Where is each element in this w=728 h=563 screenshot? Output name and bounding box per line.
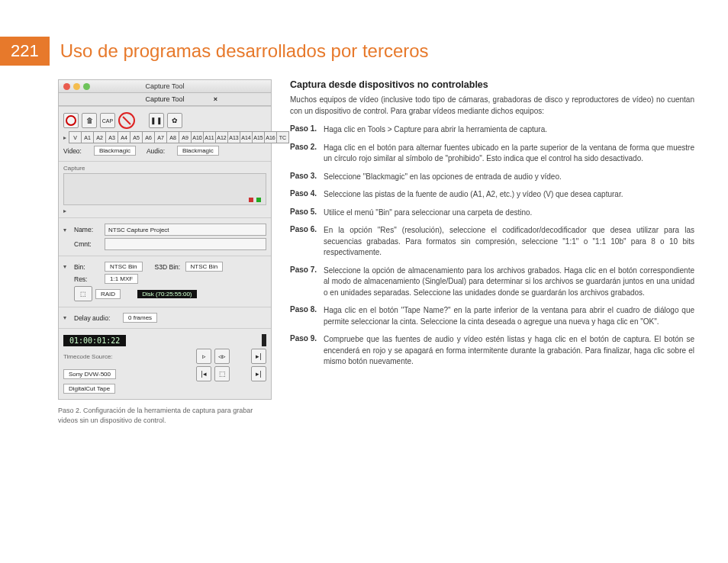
page-title: Uso de programas desarrollados por terce… xyxy=(60,40,429,62)
video-label: Video: xyxy=(63,147,91,155)
step-3: Paso 3.Seleccione "Blackmagic" en las op… xyxy=(290,172,694,183)
step-text: Compruebe que las fuentes de audio y víd… xyxy=(324,334,694,368)
capture-preview xyxy=(63,173,266,205)
cmnt-label: Cmnt: xyxy=(74,240,101,248)
step-label: Paso 4. xyxy=(290,189,324,201)
timecode-display: 01:00:01:22 xyxy=(63,335,126,346)
step-text: Seleccione "Blackmagic" en las opciones … xyxy=(324,172,694,183)
track-a4[interactable]: A4 xyxy=(118,131,130,143)
track-a12[interactable]: A12 xyxy=(215,131,228,143)
figure-caption: Paso 2. Configuración de la herramienta … xyxy=(58,406,264,425)
step-9: Paso 9.Compruebe que las fuentes de audi… xyxy=(290,334,694,368)
delay-select[interactable]: 0 frames xyxy=(123,313,157,323)
track-a10[interactable]: A10 xyxy=(191,131,204,143)
tool-subtitle: Capture Tool xyxy=(146,95,185,103)
pause-button[interactable]: ❚❚ xyxy=(149,113,164,128)
res-label: Res: xyxy=(74,275,101,283)
track-a11[interactable]: A11 xyxy=(203,131,216,143)
disclosure-icon[interactable]: ▸ xyxy=(63,208,66,214)
res-select[interactable]: 1:1 MXF xyxy=(105,274,138,284)
step-text: Seleccione la opción de almacenamiento p… xyxy=(324,265,694,299)
s3d-label: S3D Bin: xyxy=(155,263,182,271)
trash-button[interactable]: 🗑 xyxy=(82,113,97,128)
tcsrc-label: Timecode Source: xyxy=(63,353,124,360)
record-button[interactable] xyxy=(63,113,79,128)
track-selector[interactable]: V A1 A2 A3 A4 A5 A6 A7 A8 A9 A10 A11 xyxy=(69,131,289,143)
status-green-icon xyxy=(256,198,261,202)
step-text: Haga clic en el botón "Tape Name?" en la… xyxy=(324,305,694,327)
mark-in-button[interactable]: ▹ xyxy=(196,349,211,364)
tape-name-button[interactable]: DigitalCut Tape xyxy=(63,384,115,394)
disclosure-icon[interactable]: ▾ xyxy=(63,314,71,321)
storage-mode-button[interactable]: ⬚ xyxy=(74,286,92,301)
step-8: Paso 8.Haga clic en el botón "Tape Name?… xyxy=(290,305,694,327)
step-label: Paso 1. xyxy=(290,124,324,136)
bin-label: Bin: xyxy=(74,263,101,271)
bin-select[interactable]: NTSC Bin xyxy=(105,262,143,272)
capture-tool-window: Capture Tool Capture Tool × 🗑 CAP ❚❚ ✿ xyxy=(58,79,272,400)
next-button[interactable]: ▸| xyxy=(251,366,266,381)
step-label: Paso 7. xyxy=(290,265,324,299)
close-button[interactable]: × xyxy=(214,95,217,103)
clear-button[interactable]: ⬚ xyxy=(214,366,230,381)
track-a16[interactable]: A16 xyxy=(264,131,277,143)
track-a8[interactable]: A8 xyxy=(166,131,179,143)
toggle-source-button[interactable] xyxy=(118,112,135,129)
capture-section-label: Capture xyxy=(63,165,266,172)
track-a6[interactable]: A6 xyxy=(142,131,155,143)
s3d-select[interactable]: NTSC Bin xyxy=(185,262,224,272)
settings-button[interactable]: ✿ xyxy=(167,113,182,128)
track-a2[interactable]: A2 xyxy=(93,131,106,143)
video-select[interactable]: Blackmagic xyxy=(94,146,136,156)
step-4: Paso 4.Seleccione las pistas de la fuent… xyxy=(290,189,694,201)
track-v[interactable]: V xyxy=(69,131,82,143)
track-a5[interactable]: A5 xyxy=(130,131,143,143)
tcsrc-select[interactable]: Sony DVW-500 xyxy=(63,369,116,379)
step-6: Paso 6.En la opción "Res" (resolución), … xyxy=(290,225,694,259)
cap-mode-button[interactable]: CAP xyxy=(100,113,115,128)
section-intro: Muchos equipos de vídeo (inclusive todo … xyxy=(290,95,694,117)
disclosure-icon[interactable]: ▸ xyxy=(63,134,66,141)
step-label: Paso 8. xyxy=(290,305,324,327)
step-text: Utilice el menú "Bin" para seleccionar u… xyxy=(324,208,694,219)
page-number: 221 xyxy=(0,37,50,66)
step-7: Paso 7.Seleccione la opción de almacenam… xyxy=(290,265,694,299)
step-1: Paso 1.Haga clic en Tools > Capture para… xyxy=(290,124,694,136)
audio-select[interactable]: Blackmagic xyxy=(177,146,219,156)
cmnt-field[interactable] xyxy=(105,238,266,250)
mark-out-button[interactable]: ◃▹ xyxy=(214,349,230,364)
track-a14[interactable]: A14 xyxy=(240,131,253,143)
step-label: Paso 5. xyxy=(290,208,324,219)
step-label: Paso 6. xyxy=(290,225,324,259)
step-text: Haga clic en el botón para alternar fuen… xyxy=(324,143,694,165)
disclosure-icon[interactable]: ▾ xyxy=(63,263,71,270)
prev-button[interactable]: |◂ xyxy=(196,366,211,381)
step-5: Paso 5.Utilice el menú "Bin" para selecc… xyxy=(290,208,694,219)
raid-select[interactable]: RAID xyxy=(95,289,121,299)
track-a3[interactable]: A3 xyxy=(105,131,118,143)
section-title: Captura desde dispositivos no controlabl… xyxy=(290,79,694,90)
step-text: Haga clic en Tools > Capture para abrir … xyxy=(324,124,694,136)
name-label: Name: xyxy=(74,226,101,233)
step-text: En la opción "Res" (resolución), selecci… xyxy=(324,225,694,259)
step-label: Paso 3. xyxy=(290,172,324,183)
track-a15[interactable]: A15 xyxy=(252,131,265,143)
step-label: Paso 9. xyxy=(290,334,324,368)
track-a1[interactable]: A1 xyxy=(81,131,94,143)
track-tc[interactable]: TC xyxy=(276,131,289,143)
step-label: Paso 2. xyxy=(290,143,324,165)
step-2: Paso 2.Haga clic en el botón para altern… xyxy=(290,143,694,165)
step-text: Seleccione las pistas de la fuente de au… xyxy=(324,189,694,201)
delay-label: Delay audio: xyxy=(74,314,120,322)
name-field[interactable]: NTSC Capture Project xyxy=(105,224,266,236)
tool-subtitle-bar: Capture Tool × xyxy=(59,93,271,106)
track-a9[interactable]: A9 xyxy=(179,131,192,143)
track-a7[interactable]: A7 xyxy=(154,131,167,143)
disclosure-icon[interactable]: ▾ xyxy=(63,227,71,233)
go-button[interactable]: ▸| xyxy=(251,349,266,364)
titlebar: Capture Tool xyxy=(59,80,271,93)
window-title: Capture Tool xyxy=(59,82,271,90)
track-a13[interactable]: A13 xyxy=(227,131,240,143)
disk-status: Disk (70:25:55:00) xyxy=(137,290,196,298)
audio-label: Audio: xyxy=(147,147,174,155)
